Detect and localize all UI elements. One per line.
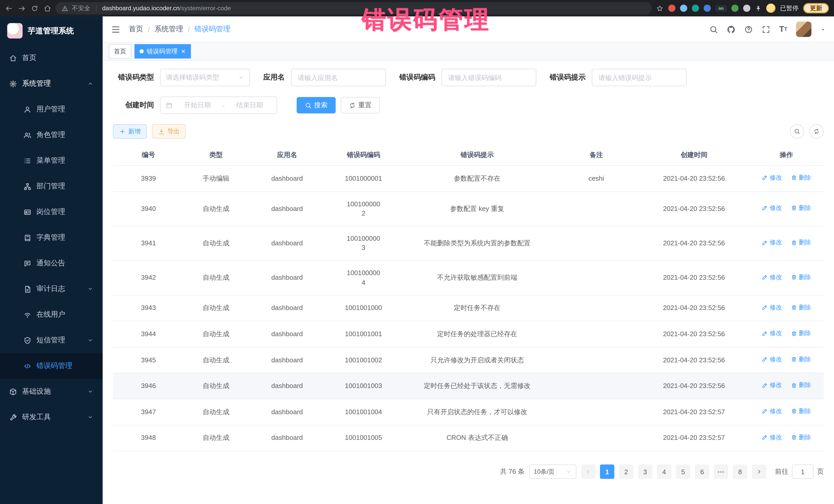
pin-extension-icon[interactable] [743, 5, 750, 12]
calendar-icon [166, 102, 172, 109]
tab-error-code[interactable]: 错误码管理 [134, 44, 191, 59]
cell-app-name: dashboard [248, 226, 326, 261]
search-icon[interactable] [709, 25, 718, 34]
sidebar-item-infrastructure[interactable]: 基础设施 [0, 379, 103, 404]
page-button-8[interactable]: 8 [733, 464, 747, 479]
pin-icon[interactable] [755, 5, 762, 12]
delete-link[interactable]: 删除 [791, 273, 811, 282]
update-button[interactable]: 更新 [803, 3, 829, 13]
sidebar-item-dict-management[interactable]: 字典管理 [0, 225, 103, 250]
red-extension-icon[interactable] [668, 5, 675, 12]
page-button-2[interactable]: 2 [619, 464, 633, 479]
hamburger-icon[interactable] [111, 24, 120, 34]
help-icon[interactable] [744, 25, 753, 34]
date-range-picker[interactable]: 开始日期 - 结束日期 [160, 96, 277, 114]
fullscreen-icon[interactable] [762, 25, 770, 34]
sidebar-item-home[interactable]: 首页 [0, 45, 103, 71]
sidebar-item-post-management[interactable]: 岗位管理 [0, 199, 103, 225]
page-button-6[interactable]: 6 [695, 464, 709, 479]
browser-home-button[interactable] [44, 4, 51, 12]
sidebar-item-audit-log[interactable]: 审计日志 [0, 276, 103, 302]
delete-link[interactable]: 删除 [791, 355, 811, 364]
github-icon[interactable] [727, 25, 736, 34]
pagination-more[interactable]: ••• [714, 464, 728, 479]
page-button-1[interactable]: 1 [600, 464, 614, 479]
delete-link[interactable]: 删除 [791, 329, 811, 338]
sidebar-item-menu-management[interactable]: 菜单管理 [0, 148, 103, 174]
sidebar-item-system-management[interactable]: 系统管理 [0, 71, 103, 96]
export-button[interactable]: 导出 [152, 124, 186, 138]
delete-link[interactable]: 删除 [791, 174, 811, 182]
page-size-select[interactable]: 10条/页 [529, 464, 576, 479]
refresh-table-button[interactable] [809, 124, 824, 138]
caret-down-icon[interactable] [820, 26, 826, 32]
delete-link[interactable]: 删除 [791, 433, 811, 442]
edit-link[interactable]: 修改 [762, 381, 782, 390]
breadcrumb-item[interactable]: 系统管理 [154, 25, 183, 34]
font-size-icon[interactable]: TT [779, 25, 787, 34]
code-icon [24, 362, 31, 370]
browser-nav-buttons [5, 4, 51, 12]
sidebar-item-sms-management[interactable]: 短信管理 [0, 327, 103, 353]
browser-profile-avatar[interactable] [766, 4, 775, 13]
app-name-input[interactable] [291, 69, 386, 86]
goto-page-input[interactable] [792, 464, 813, 479]
app-logo[interactable]: 芋道管理系统 [0, 17, 103, 45]
bookmark-star-icon[interactable] [656, 4, 664, 12]
dark-on-extension-icon[interactable]: on [716, 5, 727, 12]
green-extension-icon[interactable] [731, 5, 739, 12]
delete-link[interactable]: 删除 [791, 381, 811, 390]
add-button[interactable]: 新增 [113, 124, 147, 138]
edit-link[interactable]: 修改 [762, 407, 782, 416]
error-type-select[interactable]: 请选择错误码类型 [160, 69, 250, 86]
breadcrumb-item[interactable]: 首页 [129, 25, 143, 34]
error-message-input[interactable] [592, 69, 687, 86]
page-button-5[interactable]: 5 [676, 464, 690, 479]
blue-drop-extension-icon[interactable] [680, 5, 687, 12]
edit-link[interactable]: 修改 [762, 174, 782, 182]
page-button-3[interactable]: 3 [638, 464, 652, 479]
tabs-bar: 首页 错误码管理 [103, 43, 834, 61]
delete-link[interactable]: 删除 [791, 303, 811, 312]
tab-home[interactable]: 首页 [109, 44, 131, 59]
sidebar-item-online-users[interactable]: 在线用户 [0, 302, 103, 327]
sidebar-item-label: 通知公告 [37, 259, 93, 268]
user-avatar[interactable] [796, 22, 811, 37]
cell-type: 自动生成 [184, 226, 248, 261]
page-button-4[interactable]: 4 [657, 464, 671, 479]
teal-check-extension-icon[interactable] [692, 5, 699, 12]
sidebar-item-dev-tools[interactable]: 研发工具 [0, 404, 103, 430]
refresh-icon [813, 128, 820, 134]
cell-id: 3939 [113, 166, 184, 192]
sidebar-item-dept-management[interactable]: 部门管理 [0, 174, 103, 199]
prev-page-button[interactable] [581, 464, 595, 479]
browser-reload-button[interactable] [31, 4, 39, 12]
delete-link[interactable]: 删除 [791, 204, 811, 213]
sidebar-item-notice-management[interactable]: 通知公告 [0, 250, 103, 276]
cell-app-name: dashboard [248, 261, 326, 295]
toggle-search-button[interactable] [790, 124, 804, 138]
sidebar-item-role-management[interactable]: 角色管理 [0, 122, 103, 148]
blue-grid-extension-icon[interactable] [704, 5, 711, 12]
cell-error-code: 1001001000 [326, 295, 401, 321]
edit-link[interactable]: 修改 [762, 355, 782, 364]
sidebar-item-user-management[interactable]: 用户管理 [0, 96, 103, 122]
close-icon[interactable] [181, 49, 186, 54]
chat-icon [24, 259, 31, 267]
address-bar[interactable]: 不安全 dashboard.yudao.iocoder.cn/system/er… [56, 2, 652, 14]
reset-button[interactable]: 重置 [341, 97, 380, 113]
next-page-button[interactable] [752, 464, 766, 479]
edit-link[interactable]: 修改 [762, 433, 782, 442]
edit-link[interactable]: 修改 [762, 303, 782, 312]
delete-link[interactable]: 删除 [791, 238, 811, 247]
browser-back-button[interactable] [5, 4, 13, 12]
browser-forward-button[interactable] [18, 4, 26, 12]
edit-link[interactable]: 修改 [762, 273, 782, 282]
edit-link[interactable]: 修改 [762, 329, 782, 338]
edit-link[interactable]: 修改 [762, 238, 782, 247]
delete-link[interactable]: 删除 [791, 407, 811, 416]
search-button[interactable]: 搜索 [297, 97, 336, 113]
sidebar-item-error-code-management[interactable]: 错误码管理 [0, 353, 103, 379]
edit-link[interactable]: 修改 [762, 204, 782, 213]
error-code-input[interactable] [441, 69, 536, 86]
